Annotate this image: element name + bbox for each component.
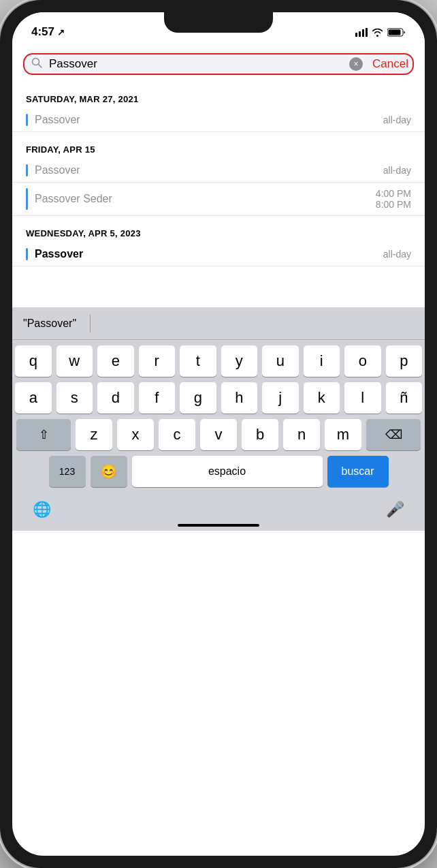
search-bar-wrapper[interactable]: Passover × Cancel	[23, 53, 414, 75]
status-time: 4:57 ↗	[31, 25, 65, 39]
key-v[interactable]: v	[200, 419, 237, 450]
key-j[interactable]: j	[262, 382, 299, 414]
results-area: SATURDAY, MAR 27, 2021 Passover all-day …	[12, 82, 425, 266]
time-label: 4:57	[31, 25, 54, 39]
signal-icon	[355, 28, 368, 37]
event-name: Passover	[35, 164, 376, 176]
event-time: all-day	[383, 248, 411, 260]
suggestion-text[interactable]: "Passover"	[23, 317, 76, 330]
key-p[interactable]: p	[386, 345, 423, 377]
key-h[interactable]: h	[221, 382, 258, 414]
date-header-3: WEDNESDAY, APR 5, 2023	[12, 216, 425, 243]
key-d[interactable]: d	[97, 382, 134, 414]
event-content: Passover Seder	[35, 188, 369, 210]
notch	[164, 12, 273, 33]
home-indicator-container	[12, 521, 425, 531]
wifi-icon	[372, 28, 383, 37]
shift-key[interactable]: ⇧	[16, 419, 71, 450]
event-name: Passover Seder	[35, 193, 369, 205]
keyboard-row-1: q w e r t y u i o p	[15, 345, 422, 377]
key-z[interactable]: z	[76, 419, 112, 450]
date-header-2: FRIDAY, APR 15	[12, 132, 425, 159]
key-g[interactable]: g	[180, 382, 216, 414]
event-content: Passover	[35, 114, 376, 126]
list-item[interactable]: Passover Seder 4:00 PM 8:00 PM	[12, 183, 425, 216]
search-icon	[31, 57, 42, 71]
home-indicator	[178, 524, 259, 527]
key-r[interactable]: r	[139, 345, 176, 377]
empty-space	[12, 266, 425, 307]
key-m[interactable]: m	[325, 419, 361, 450]
key-x[interactable]: x	[117, 419, 154, 450]
svg-rect-3	[366, 28, 368, 37]
svg-rect-2	[362, 29, 364, 37]
key-l[interactable]: l	[344, 382, 381, 414]
event-bar	[26, 164, 28, 176]
key-w[interactable]: w	[56, 345, 93, 377]
key-i[interactable]: i	[304, 345, 340, 377]
svg-rect-0	[355, 33, 357, 37]
event-bar	[26, 114, 28, 126]
search-key[interactable]: buscar	[327, 456, 389, 487]
key-s[interactable]: s	[56, 382, 93, 414]
event-time: 4:00 PM 8:00 PM	[376, 188, 411, 210]
status-icons	[355, 28, 406, 37]
mic-icon[interactable]: 🎤	[386, 501, 404, 518]
location-icon: ↗	[57, 27, 65, 37]
space-key[interactable]: espacio	[132, 456, 323, 487]
event-bar	[26, 188, 28, 210]
svg-rect-1	[359, 31, 361, 37]
key-f[interactable]: f	[139, 382, 176, 414]
key-n[interactable]: n	[283, 419, 320, 450]
phone-screen: 4:57 ↗	[12, 12, 425, 856]
event-content: Passover	[35, 248, 376, 260]
keyboard-row-2: a s d f g h j k l ñ	[15, 382, 422, 414]
bottom-bar: 🌐 🎤	[12, 495, 425, 521]
suggestion-divider	[90, 315, 91, 332]
key-ntilde[interactable]: ñ	[386, 382, 423, 414]
svg-line-7	[39, 65, 42, 68]
emoji-key[interactable]: 😊	[91, 456, 127, 487]
keyboard-row-3: ⇧ z x c v b n m ⌫	[15, 419, 422, 450]
svg-rect-5	[389, 29, 401, 35]
event-name: Passover	[35, 248, 376, 260]
key-b[interactable]: b	[242, 419, 278, 450]
event-bar	[26, 248, 28, 260]
date-header-1: SATURDAY, MAR 27, 2021	[12, 82, 425, 108]
key-q[interactable]: q	[15, 345, 52, 377]
key-a[interactable]: a	[15, 382, 52, 414]
phone-frame: 4:57 ↗	[0, 0, 437, 868]
search-input[interactable]: Passover	[49, 57, 342, 71]
event-name: Passover	[35, 114, 376, 126]
cancel-button[interactable]: Cancel	[370, 57, 408, 71]
clear-button[interactable]: ×	[349, 57, 363, 71]
event-time: all-day	[383, 164, 411, 176]
event-time: all-day	[383, 114, 411, 126]
keyboard-suggestion-bar: "Passover"	[12, 307, 425, 340]
event-content: Passover	[35, 164, 376, 176]
key-o[interactable]: o	[344, 345, 381, 377]
battery-icon	[387, 28, 406, 37]
globe-icon[interactable]: 🌐	[33, 501, 51, 518]
key-k[interactable]: k	[304, 382, 340, 414]
key-c[interactable]: c	[159, 419, 195, 450]
num-key[interactable]: 123	[49, 456, 86, 487]
list-item[interactable]: Passover all-day	[12, 159, 425, 183]
key-u[interactable]: u	[262, 345, 299, 377]
list-item[interactable]: Passover all-day	[12, 243, 425, 266]
keyboard: q w e r t y u i o p a s d f g h j k	[12, 340, 425, 495]
list-item[interactable]: Passover all-day	[12, 108, 425, 132]
key-y[interactable]: y	[221, 345, 258, 377]
key-e[interactable]: e	[97, 345, 134, 377]
search-bar-container: Passover × Cancel	[12, 46, 425, 82]
keyboard-row-4: 123 😊 espacio buscar	[15, 456, 422, 487]
delete-key[interactable]: ⌫	[366, 419, 421, 450]
key-t[interactable]: t	[180, 345, 216, 377]
